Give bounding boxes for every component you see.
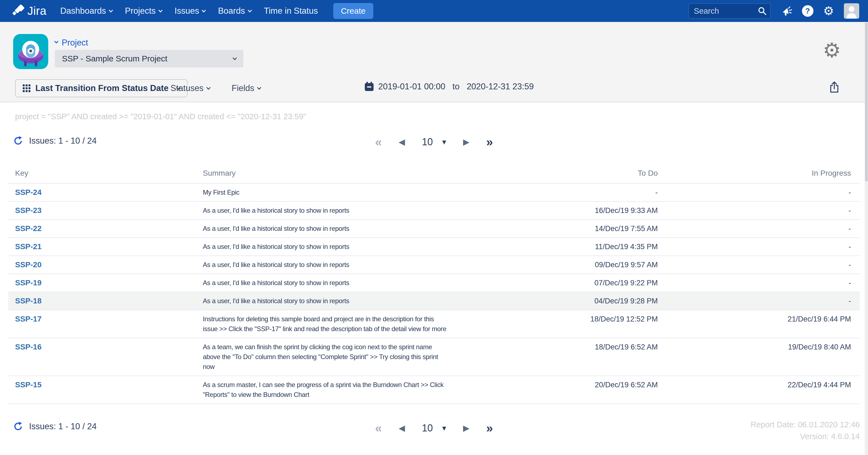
todo-cell: 11/Dec/19 4:35 PM <box>474 238 658 255</box>
key-cell: SSP-22 <box>8 220 195 237</box>
todo-cell: 04/Dec/19 9:28 PM <box>474 292 658 310</box>
issue-key-link[interactable]: SSP-24 <box>15 188 42 196</box>
issue-key-link[interactable]: SSP-21 <box>15 242 42 251</box>
nav-item-label: Boards <box>218 6 245 16</box>
todo-cell: 16/Dec/19 9:33 AM <box>474 202 658 219</box>
grid-icon <box>23 84 30 92</box>
scrollbar-thumb[interactable] <box>865 23 868 181</box>
issue-key-link[interactable]: SSP-18 <box>15 297 42 305</box>
first-page-button[interactable]: « <box>375 422 382 434</box>
date-separator: to <box>453 82 460 92</box>
key-cell: SSP-20 <box>8 256 195 274</box>
report-type-button[interactable]: Last Transition From Status Date <box>15 79 187 97</box>
nav-item-dashboards[interactable]: Dashboards <box>60 6 112 16</box>
inprogress-cell: - <box>658 238 860 255</box>
nav-item-projects[interactable]: Projects <box>125 6 162 16</box>
summary-cell: As a user, I'd like a historical story t… <box>195 220 474 237</box>
navbar-right-cluster: ? ⚙ <box>688 3 859 19</box>
refresh-icon[interactable] <box>13 422 23 431</box>
export-icon[interactable] <box>829 81 840 95</box>
issue-key-link[interactable]: SSP-15 <box>15 381 42 389</box>
issue-key-link[interactable]: SSP-16 <box>15 343 42 351</box>
page-size-select[interactable]: 10 ▼ <box>422 422 446 434</box>
chevron-down-icon <box>247 8 252 12</box>
summary-cell: As a scrum master, I can see the progres… <box>195 376 474 403</box>
key-cell: SSP-19 <box>8 274 195 292</box>
refresh-icon[interactable] <box>13 136 23 146</box>
table-row: SSP-18 As a user, I'd like a historical … <box>8 292 860 310</box>
issues-count: Issues: 1 - 10 / 24 <box>29 136 96 146</box>
summary-cell: As a user, I'd like a historical story t… <box>195 274 474 292</box>
key-cell: SSP-15 <box>8 376 195 394</box>
settings-icon[interactable]: ⚙ <box>823 5 834 17</box>
chevron-down-icon <box>158 8 163 12</box>
table-row: SSP-24 My First Epic - - <box>8 184 860 202</box>
todo-cell: 18/Dec/19 12:52 PM <box>474 310 658 328</box>
statuses-filter[interactable]: Statuses <box>170 82 210 94</box>
key-cell: SSP-17 <box>8 310 195 328</box>
previous-page-button[interactable]: ◀ <box>399 424 405 432</box>
fields-filter[interactable]: Fields <box>231 82 261 94</box>
nav-item-label: Projects <box>125 6 156 16</box>
last-page-button[interactable]: » <box>486 422 493 434</box>
last-page-button[interactable]: » <box>486 136 493 148</box>
inprogress-cell: 21/Dec/19 6:44 PM <box>658 310 860 328</box>
next-page-button[interactable]: ▶ <box>463 138 469 146</box>
issue-key-link[interactable]: SSP-23 <box>15 206 42 215</box>
project-select[interactable]: SSP - Sample Scrum Project <box>55 50 243 67</box>
first-page-button[interactable]: « <box>375 136 382 148</box>
key-cell: SSP-23 <box>8 202 195 219</box>
issue-key-link[interactable]: SSP-20 <box>15 261 42 269</box>
previous-page-button[interactable]: ◀ <box>399 138 405 146</box>
nav-item-time-in-status[interactable]: Time in Status <box>264 6 318 16</box>
table-row: SSP-22 As a user, I'd like a historical … <box>8 220 860 238</box>
page-size-value: 10 <box>422 422 433 434</box>
table-row: SSP-16 As a team, we can finish the spri… <box>8 338 860 376</box>
create-button[interactable]: Create <box>333 3 373 19</box>
announcement-icon[interactable] <box>781 5 792 17</box>
table-row: SSP-17 Instructions for deleting this sa… <box>8 310 860 338</box>
search-box <box>688 3 771 19</box>
report-date: Report Date: 06.01.2020 12:46 <box>751 419 860 431</box>
inprogress-cell: - <box>658 220 860 237</box>
date-to[interactable]: 2020-12-31 23:59 <box>467 82 534 92</box>
date-range-picker[interactable]: 2019-01-01 00:00 to 2020-12-31 23:59 <box>365 82 534 92</box>
todo-cell: - <box>474 184 658 201</box>
jira-logo[interactable]: Jira <box>12 4 46 18</box>
inprogress-cell: - <box>658 256 860 274</box>
dropdown-arrow-icon: ▼ <box>442 425 446 431</box>
pagination-top: « ◀ 10 ▼ ▶ » <box>375 133 493 151</box>
inprogress-cell: - <box>658 274 860 292</box>
issue-key-link[interactable]: SSP-22 <box>15 224 42 233</box>
issue-key-link[interactable]: SSP-19 <box>15 278 42 287</box>
issues-count: Issues: 1 - 10 / 24 <box>29 422 96 431</box>
next-page-button[interactable]: ▶ <box>463 424 469 432</box>
table-row: SSP-20 As a user, I'd like a historical … <box>8 256 860 274</box>
inprogress-cell: 19/Dec/19 8:40 AM <box>658 338 860 356</box>
jira-logo-icon <box>12 5 25 17</box>
issue-key-link[interactable]: SSP-17 <box>15 315 42 323</box>
table-row: SSP-23 As a user, I'd like a historical … <box>8 202 860 220</box>
chevron-down-icon <box>206 85 211 90</box>
scrollbar[interactable] <box>865 22 868 455</box>
project-collapse-toggle[interactable]: Project <box>55 38 88 48</box>
user-avatar[interactable] <box>844 3 859 19</box>
chevron-down-icon <box>233 56 237 60</box>
nav-item-boards[interactable]: Boards <box>218 6 251 16</box>
chevron-down-icon <box>257 85 261 90</box>
table-body: SSP-24 My First Epic - - SSP-23 As a use… <box>8 184 860 404</box>
column-header-summary: Summary <box>195 164 474 183</box>
issues-table: Key Summary To Do In Progress SSP-24 My … <box>8 164 860 404</box>
page-size-select[interactable]: 10 ▼ <box>422 136 446 148</box>
nav-item-label: Issues <box>175 6 199 16</box>
chevron-down-icon <box>202 8 206 12</box>
nav-item-issues[interactable]: Issues <box>175 6 206 16</box>
report-settings-icon[interactable]: ⚙ <box>823 40 841 60</box>
top-navbar: Jira Dashboards Projects Issues Boards T… <box>0 0 868 22</box>
project-avatar <box>13 34 48 69</box>
project-label: Project <box>62 38 88 48</box>
help-icon[interactable]: ? <box>802 5 813 17</box>
todo-cell: 18/Dec/19 6:52 AM <box>474 338 658 356</box>
report-version: Version: 4.6.0.14 <box>751 431 860 443</box>
date-from[interactable]: 2019-01-01 00:00 <box>378 82 445 92</box>
